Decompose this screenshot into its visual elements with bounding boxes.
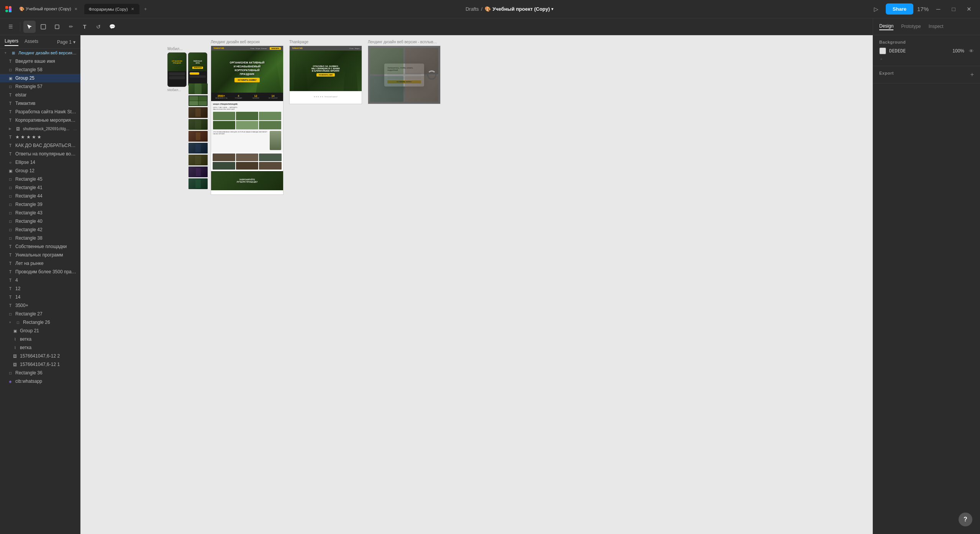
background-color-value[interactable]: DEDEDE — [889, 48, 906, 54]
hamburger-menu-button[interactable]: ☰ — [5, 21, 17, 33]
layer-text-sobstv[interactable]: T Собственные площадки — [0, 242, 80, 251]
thanks-cta-button[interactable]: ПОЗВОНИТЬ НАМ — [316, 73, 335, 77]
figma-menu-button[interactable] — [4, 5, 13, 14]
mobile-thumb-8[interactable] — [188, 167, 208, 177]
layer-group-25[interactable]: ▣ Group 25 — [0, 74, 80, 82]
layer-rect-27[interactable]: □ Rectangle 27 — [0, 310, 80, 318]
frame-tool-button[interactable] — [37, 21, 49, 33]
minimize-button[interactable]: ─ — [932, 3, 944, 15]
layers-tab[interactable]: Layers — [5, 38, 18, 46]
layer-rect-39[interactable]: □ Rectangle 39 — [0, 200, 80, 209]
layer-text-otvety[interactable]: T Ответы на популярные вопросы — [0, 150, 80, 158]
layer-rect-40[interactable]: □ Rectangle 40 — [0, 217, 80, 225]
comment-tool-button[interactable]: 💬 — [106, 21, 118, 33]
layer-rect-57[interactable]: □ Rectangle 57 — [0, 82, 80, 91]
layer-label: Rectangle 42 — [15, 227, 77, 232]
mobile-thumb-4[interactable] — [188, 119, 208, 130]
pen-tool-button[interactable]: ✏ — [65, 21, 77, 33]
frame-mobile2[interactable]: ПЕЙНТБОЛКЛУБ ЗАПИСАТЬСЯ — [188, 52, 207, 87]
layer-elstar[interactable]: T elstar — [0, 91, 80, 99]
maximize-button[interactable]: □ — [948, 3, 959, 15]
layer-group-12[interactable]: ▣ Group 12 — [0, 167, 80, 175]
text-icon: T — [8, 101, 13, 106]
layer-rect-41[interactable]: □ Rectangle 41 — [0, 183, 80, 192]
layer-rect-43[interactable]: □ Rectangle 43 — [0, 209, 80, 217]
inspect-tab[interactable]: Inspect — [929, 24, 944, 30]
layer-text-hawk[interactable]: T Разработка сайта Hawk Style Design — [0, 108, 80, 116]
tab-second-file[interactable]: Флорариумы (Copy) ✕ — [84, 4, 139, 14]
move-tool-button[interactable] — [23, 21, 36, 33]
breadcrumb-project[interactable]: 🎨 Учебный проект (Copy) ▾ — [485, 6, 553, 12]
layer-rect-26[interactable]: ▾ □ Rectangle 26 — [0, 318, 80, 327]
visibility-toggle-icon[interactable]: 👁 — [969, 48, 974, 54]
layer-label: Rectangle 57 — [15, 84, 77, 89]
tab-close-button[interactable]: ✕ — [74, 6, 78, 12]
hero-cta-button[interactable]: ОСТАВИТЬ ЗАЯВКУ — [234, 78, 259, 82]
breadcrumb-drafts[interactable]: Drafts — [465, 6, 479, 12]
layer-rect-36[interactable]: □ Rectangle 36 — [0, 369, 80, 377]
layer-text-unikal[interactable]: T Уникальных программ — [0, 251, 80, 259]
present-mode-button[interactable]: ▷ — [870, 3, 882, 15]
more-icon[interactable]: … — [73, 127, 77, 131]
frame-popup[interactable]: Лендинг дизайн веб версия - всплывающая … — [368, 40, 441, 104]
layer-group-21[interactable]: ▣ Group 21 — [0, 327, 80, 335]
background-opacity-value[interactable]: 100% — [952, 48, 964, 54]
layer-vetka-2[interactable]: ⌇ ветка — [0, 343, 80, 352]
mobile-thumb-3[interactable] — [188, 107, 208, 118]
layer-text-let[interactable]: T Лет на рынке — [0, 259, 80, 268]
layer-timaktiv[interactable]: T Тимактив — [0, 99, 80, 108]
layer-rect-45[interactable]: □ Rectangle 45 — [0, 175, 80, 183]
layer-rect-38[interactable]: □ Rectangle 38 — [0, 234, 80, 242]
mobile-thumb-6[interactable] — [188, 143, 208, 154]
add-export-button[interactable]: + — [970, 71, 974, 78]
layer-rect-44[interactable]: □ Rectangle 44 — [0, 192, 80, 200]
layer-image-shutter[interactable]: ▶ 🖼 shutterstock_282691cfdgvdfg3591... … — [0, 124, 80, 133]
layer-text-provod[interactable]: T Проводим более 3500 праздников в год — [0, 268, 80, 276]
mobile-thumb-1[interactable] — [188, 83, 208, 94]
layer-ellipse-14[interactable]: ○ Ellipse 14 — [0, 158, 80, 167]
mobile-thumb-2[interactable] — [188, 95, 208, 106]
page-chevron-icon[interactable]: ▾ — [73, 39, 75, 45]
layer-rect-58[interactable]: □ Rectangle 58 — [0, 65, 80, 74]
close-button[interactable]: ✕ — [963, 3, 975, 15]
share-button[interactable]: Share — [886, 3, 913, 15]
layer-label: Лет на рынке — [15, 261, 77, 266]
layer-text-14[interactable]: T 14 — [0, 293, 80, 301]
assets-tab[interactable]: Assets — [25, 39, 38, 46]
design-tab[interactable]: Design — [879, 23, 893, 30]
text-tool-button[interactable]: T — [79, 21, 91, 33]
text-icon: T — [8, 269, 13, 274]
layer-rect-42[interactable]: □ Rectangle 42 — [0, 225, 80, 234]
layer-image-1[interactable]: 🖼 1576641047,6-12 2 — [0, 352, 80, 360]
layer-image-2[interactable]: 🖼 1576641047,6-12 1 — [0, 360, 80, 369]
layer-text-kak[interactable]: T КАК ДО ВАС ДОБРАТЬСЯ? ЧТО У ВАС ЕСТЬ В… — [0, 141, 80, 150]
layer-text-corp[interactable]: T Корпоративные мероприятия Политика кон… — [0, 116, 80, 124]
mobile-thumb-5[interactable] — [188, 131, 208, 142]
layer-root-frame[interactable]: ▾ ⊞ Лендинг дизайн веб версия - всплываю… — [0, 49, 80, 57]
frame-thankpage[interactable]: Thankpage ТИМАКТИВ О нас Услуги СПАСИБО … — [289, 40, 362, 104]
svg-rect-0 — [5, 6, 8, 9]
add-background-button[interactable]: + — [879, 57, 974, 61]
background-color-swatch[interactable] — [879, 47, 886, 54]
tab-close-button-2[interactable]: ✕ — [130, 6, 135, 12]
prototype-tab[interactable]: Prototype — [901, 24, 921, 30]
layer-text-3500[interactable]: T 3500+ — [0, 301, 80, 310]
zoom-control[interactable]: 17% — [917, 3, 929, 15]
layer-whatsapp[interactable]: ◈ cib:whatsapp — [0, 377, 80, 385]
frame-mobile1[interactable]: ОРГАНИЗУЕМПРАЗДНИК Мобил... — [167, 52, 187, 87]
layer-text-4[interactable]: T 4 — [0, 276, 80, 284]
thanks-hero: СПАСИБО ЗА ЗАЯВКУ,МЫ СВЯЖЕМСЯ С ВАМИВ БЛ… — [290, 51, 362, 91]
mobile-thumb-7[interactable] — [188, 155, 208, 165]
layer-stars[interactable]: T ★ ★ ★ ★ ★ — [0, 133, 80, 141]
layer-text-12[interactable]: T 12 — [0, 284, 80, 293]
shape-tool-button[interactable] — [51, 21, 63, 33]
rotate-tool-button[interactable]: ↺ — [92, 21, 105, 33]
frame-landing-main[interactable]: Лендинг дизайн веб версия ТИМАКТИВ О нас… — [211, 40, 284, 195]
layer-text-name[interactable]: T Введите ваше имя — [0, 57, 80, 65]
mobile-thumb-9[interactable] — [188, 178, 208, 189]
tab-current-file[interactable]: 🎨 Учебный проект (Copy) ✕ — [15, 4, 83, 14]
layer-vetka-1[interactable]: ⌇ ветка — [0, 335, 80, 343]
help-button[interactable]: ? — [959, 513, 972, 526]
new-tab-button[interactable]: + — [141, 5, 150, 14]
canvas[interactable]: Мобил... ОРГАНИЗУЕМПРАЗДНИК Мобил... — [80, 35, 873, 534]
